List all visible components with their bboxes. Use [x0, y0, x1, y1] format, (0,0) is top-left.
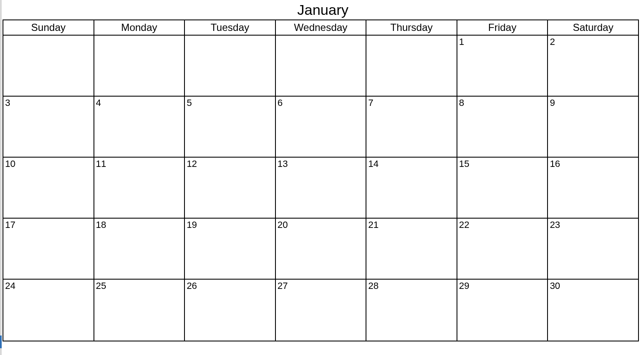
day-header-saturday[interactable]: Saturday	[548, 20, 638, 35]
calendar-week-row: 17 18 19 20 21 22 23	[3, 218, 638, 279]
calendar-day-cell[interactable]: 5	[184, 96, 275, 157]
calendar-day-cell[interactable]: 9	[548, 96, 638, 157]
calendar-day-cell[interactable]: 21	[366, 218, 457, 279]
calendar-day-cell[interactable]: 14	[366, 157, 457, 218]
calendar-day-cell[interactable]: 6	[275, 96, 366, 157]
calendar-day-cell[interactable]: 8	[457, 96, 548, 157]
day-header-monday[interactable]: Monday	[94, 20, 185, 35]
month-title: January	[2, 0, 644, 19]
calendar-day-cell[interactable]: 27	[275, 279, 366, 341]
calendar-table: Sunday Monday Tuesday Wednesday Thursday…	[3, 19, 639, 341]
calendar-week-row: 24 25 26 27 28 29 30	[3, 279, 638, 341]
calendar-day-cell[interactable]	[366, 35, 457, 96]
calendar-day-cell[interactable]: 10	[3, 157, 94, 218]
day-header-thursday[interactable]: Thursday	[366, 20, 457, 35]
calendar-day-cell[interactable]: 30	[548, 279, 638, 341]
calendar-day-cell[interactable]: 1	[457, 35, 548, 96]
day-header-friday[interactable]: Friday	[457, 20, 548, 35]
calendar-day-cell[interactable]: 29	[457, 279, 548, 341]
calendar-week-row: 1 2	[3, 35, 638, 96]
calendar-week-row: 10 11 12 13 14 15 16	[3, 157, 638, 218]
calendar-day-cell[interactable]: 11	[94, 157, 185, 218]
calendar-day-cell[interactable]: 16	[548, 157, 638, 218]
calendar-day-cell[interactable]: 28	[366, 279, 457, 341]
day-header-sunday[interactable]: Sunday	[3, 20, 94, 35]
calendar-day-cell[interactable]: 26	[184, 279, 275, 341]
day-header-row: Sunday Monday Tuesday Wednesday Thursday…	[3, 20, 638, 35]
calendar-day-cell[interactable]	[94, 35, 185, 96]
calendar-day-cell[interactable]: 2	[548, 35, 638, 96]
calendar-day-cell[interactable]: 22	[457, 218, 548, 279]
calendar-day-cell[interactable]: 19	[184, 218, 275, 279]
calendar-day-cell[interactable]	[3, 35, 94, 96]
calendar-day-cell[interactable]	[184, 35, 275, 96]
calendar-day-cell[interactable]: 20	[275, 218, 366, 279]
day-header-wednesday[interactable]: Wednesday	[275, 20, 366, 35]
calendar-day-cell[interactable]: 12	[184, 157, 275, 218]
calendar-day-cell[interactable]: 24	[3, 279, 94, 341]
calendar-day-cell[interactable]: 7	[366, 96, 457, 157]
day-header-tuesday[interactable]: Tuesday	[184, 20, 275, 35]
calendar-day-cell[interactable]: 23	[548, 218, 638, 279]
calendar-day-cell[interactable]: 15	[457, 157, 548, 218]
calendar-day-cell[interactable]: 4	[94, 96, 185, 157]
calendar-day-cell[interactable]: 3	[3, 96, 94, 157]
calendar-day-cell[interactable]: 13	[275, 157, 366, 218]
calendar-day-cell[interactable]: 17	[3, 218, 94, 279]
calendar-day-cell[interactable]: 18	[94, 218, 185, 279]
calendar-container: January Sunday Monday Tuesday Wednesday …	[2, 0, 644, 355]
calendar-day-cell[interactable]: 25	[94, 279, 185, 341]
calendar-day-cell[interactable]	[275, 35, 366, 96]
calendar-week-row: 3 4 5 6 7 8 9	[3, 96, 638, 157]
